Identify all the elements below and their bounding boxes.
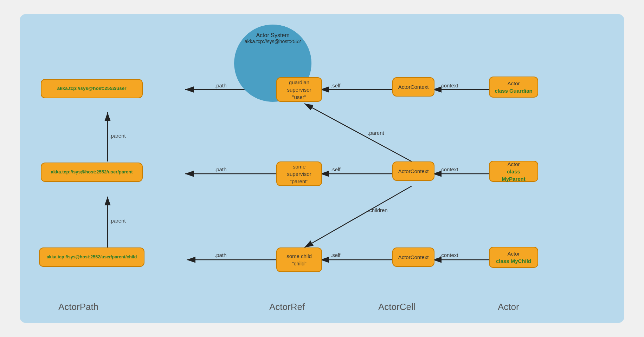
actor-context-bot-label: ActorContext bbox=[398, 253, 429, 261]
path-label-bot: .path bbox=[215, 252, 226, 258]
actor-system-label1: Actor System bbox=[256, 32, 289, 39]
parent-diagonal-label: .parent bbox=[368, 130, 384, 136]
section-actor-cell: ActorCell bbox=[378, 302, 415, 312]
actor-system-label2: akka.tcp://sys@host:2552 bbox=[245, 39, 301, 44]
path-top-label: akka.tcp://sys@host:2552/user bbox=[57, 85, 126, 92]
path-bot-label: akka.tcp://sys@host:2552/user/parent/chi… bbox=[47, 254, 137, 260]
actor-context-top-node: ActorContext bbox=[392, 77, 434, 97]
actor-context-mid-node: ActorContext bbox=[392, 161, 434, 181]
path-bot-node: akka.tcp://sys@host:2552/user/parent/chi… bbox=[39, 247, 144, 267]
some-child-line2: "child" bbox=[292, 260, 307, 267]
section-actor: Actor bbox=[498, 302, 519, 312]
some-child-node: some child "child" bbox=[276, 247, 322, 272]
context-label-top: .context bbox=[440, 82, 458, 88]
actor-myparent-node: Actor class MyParent bbox=[489, 161, 538, 182]
some-supervisor-parent-node: some supervisor "parent" bbox=[276, 161, 322, 186]
actor-context-mid-label: ActorContext bbox=[398, 167, 429, 175]
parent-label-bot-vertical: .parent bbox=[109, 218, 126, 224]
actor-myparent-line2: class MyParent bbox=[495, 168, 533, 183]
children-label: .children bbox=[368, 207, 388, 213]
guardian-supervisor-line1: guardian supervisor bbox=[282, 79, 316, 93]
self-label-mid: .self bbox=[331, 166, 341, 172]
actor-mychild-line1: Actor bbox=[507, 250, 520, 257]
guardian-supervisor-node: guardian supervisor "user" bbox=[276, 77, 322, 102]
svg-line-13 bbox=[304, 186, 412, 247]
actor-guardian-line2: class Guardian bbox=[495, 87, 533, 94]
some-supervisor-line1: some supervisor bbox=[282, 163, 316, 178]
parent-label-top-vertical: .parent bbox=[109, 133, 126, 139]
some-child-line1: some child bbox=[286, 252, 312, 260]
svg-line-12 bbox=[304, 104, 412, 161]
section-actor-path: ActorPath bbox=[58, 302, 98, 312]
path-mid-node: akka.tcp://sys@host:2552/user/parent bbox=[41, 163, 143, 182]
path-top-node: akka.tcp://sys@host:2552/user bbox=[41, 79, 143, 98]
actor-myparent-line1: Actor bbox=[507, 160, 520, 168]
context-label-mid: .context bbox=[440, 166, 458, 172]
section-actor-ref: ActorRef bbox=[269, 302, 305, 312]
actor-mychild-line2: class MyChild bbox=[496, 257, 531, 265]
actor-guardian-line1: Actor bbox=[507, 80, 520, 87]
path-label-mid: .path bbox=[215, 166, 226, 172]
actor-context-top-label: ActorContext bbox=[398, 83, 429, 91]
path-mid-label: akka.tcp://sys@host:2552/user/parent bbox=[51, 169, 133, 175]
diagram-container: Actor System akka.tcp://sys@host:2552 gu… bbox=[20, 14, 624, 323]
some-supervisor-line2: "parent" bbox=[290, 178, 308, 185]
self-label-top: .self bbox=[331, 82, 341, 88]
self-label-bot: .self bbox=[331, 252, 341, 258]
context-label-bot: .context bbox=[440, 252, 458, 258]
actor-mychild-node: Actor class MyChild bbox=[489, 247, 538, 268]
guardian-supervisor-line2: "user" bbox=[292, 93, 306, 101]
path-label-top: .path bbox=[215, 82, 226, 88]
actor-guardian-node: Actor class Guardian bbox=[489, 77, 538, 98]
actor-context-bot-node: ActorContext bbox=[392, 247, 434, 267]
